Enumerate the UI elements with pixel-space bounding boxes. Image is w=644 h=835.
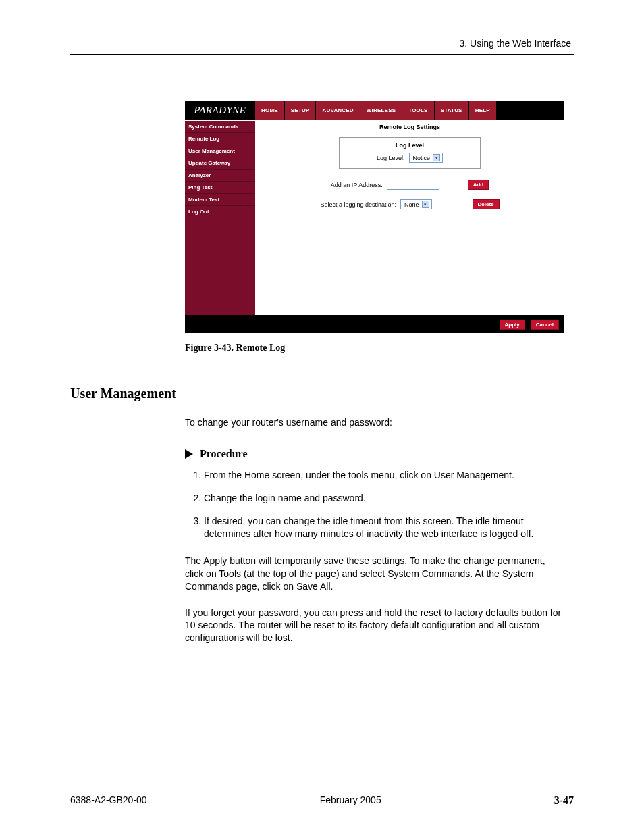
- loglevel-box-title: Log Level: [346, 142, 473, 149]
- loglevel-label: Log Level:: [377, 155, 405, 161]
- running-head: 3. Using the Web Interface: [70, 38, 574, 49]
- tab-home[interactable]: HOME: [255, 101, 285, 120]
- add-button[interactable]: Add: [468, 180, 489, 190]
- tab-status[interactable]: STATUS: [435, 101, 469, 120]
- intro-text: To change your router's username and pas…: [185, 416, 563, 429]
- sidebar-item-ping-test[interactable]: Ping Test: [185, 182, 255, 194]
- apply-button[interactable]: Apply: [500, 320, 525, 330]
- sidebar-item-system-commands[interactable]: System Commands: [185, 121, 255, 133]
- brand-logo: PARADYNE: [185, 101, 255, 120]
- destination-select[interactable]: None ▾: [400, 199, 432, 209]
- loglevel-box: Log Level Log Level: Notice ▾: [339, 137, 481, 169]
- sidebar-item-remote-log[interactable]: Remote Log: [185, 133, 255, 145]
- procedure-label: Procedure: [200, 447, 248, 461]
- select-destination-label: Select a logging destination:: [320, 201, 396, 208]
- sidebar: System Commands Remote Log User Manageme…: [185, 120, 255, 315]
- step-1: From the Home screen, under the tools me…: [204, 469, 563, 482]
- page-footer: 6388-A2-GB20-00 February 2005 3-47: [70, 794, 574, 807]
- router-topbar: PARADYNE HOME SETUP ADVANCED WIRELESS TO…: [185, 101, 564, 120]
- footer-date: February 2005: [320, 794, 381, 807]
- section-heading: User Management: [70, 386, 574, 401]
- sidebar-item-log-out[interactable]: Log Out: [185, 206, 255, 218]
- tab-wireless[interactable]: WIRELESS: [360, 101, 402, 120]
- figure-caption: Figure 3-43. Remote Log: [185, 343, 564, 353]
- page-number: 3-47: [554, 794, 574, 807]
- apply-note: The Apply button will temporarily save t…: [185, 555, 563, 593]
- header-rule: [70, 54, 574, 55]
- add-ip-label: Add an IP Address:: [331, 182, 383, 188]
- add-ip-input[interactable]: [387, 180, 439, 190]
- doc-id: 6388-A2-GB20-00: [70, 794, 147, 807]
- loglevel-select[interactable]: Notice ▾: [409, 153, 444, 163]
- destination-value: None: [404, 201, 419, 208]
- panel-title: Remote Log Settings: [262, 124, 558, 130]
- tab-tools[interactable]: TOOLS: [402, 101, 434, 120]
- step-2: Change the login name and password.: [204, 492, 563, 505]
- sidebar-item-analyzer[interactable]: Analyzer: [185, 170, 255, 182]
- chevron-down-icon: ▾: [433, 154, 440, 161]
- cancel-button[interactable]: Cancel: [531, 320, 559, 330]
- forgot-password-note: If you forget your password, you can pre…: [185, 607, 563, 645]
- router-ui: PARADYNE HOME SETUP ADVANCED WIRELESS TO…: [185, 101, 564, 333]
- sidebar-item-update-gateway[interactable]: Update Gateway: [185, 157, 255, 170]
- sidebar-item-modem-test[interactable]: Modem Test: [185, 194, 255, 206]
- tab-advanced[interactable]: ADVANCED: [316, 101, 360, 120]
- sidebar-item-user-management[interactable]: User Management: [185, 145, 255, 157]
- loglevel-value: Notice: [413, 155, 431, 161]
- triangle-bullet-icon: [185, 449, 193, 459]
- step-3: If desired, you can change the idle time…: [204, 515, 563, 541]
- router-footer: Apply Cancel: [185, 315, 564, 333]
- top-tabs: HOME SETUP ADVANCED WIRELESS TOOLS STATU…: [255, 101, 497, 120]
- chevron-down-icon: ▾: [422, 201, 429, 208]
- tab-setup[interactable]: SETUP: [285, 101, 317, 120]
- content-panel: Remote Log Settings Log Level Log Level:…: [255, 120, 564, 315]
- tab-help[interactable]: HELP: [469, 101, 497, 120]
- delete-button[interactable]: Delete: [473, 199, 500, 209]
- procedure-steps: From the Home screen, under the tools me…: [185, 469, 563, 540]
